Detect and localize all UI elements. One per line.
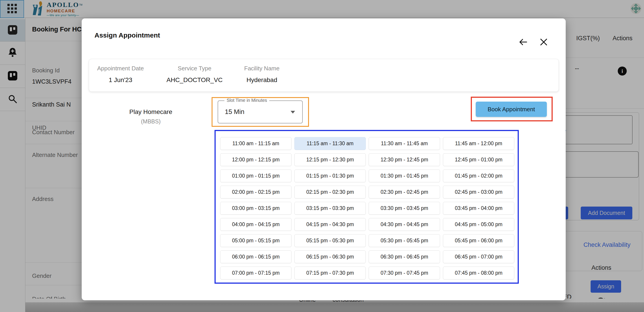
back-arrow-icon xyxy=(518,37,528,48)
service-type-label: Service Type xyxy=(162,65,227,72)
service-type-value: AHC_DOCTOR_VC xyxy=(162,76,227,84)
slot-button[interactable]: 07:00 pm - 07:15 pm xyxy=(220,267,292,279)
provider-qualification: (MBBS) xyxy=(110,118,191,125)
slot-button[interactable]: 05:45 pm - 06:00 pm xyxy=(443,234,514,247)
slot-button[interactable]: 04:15 pm - 04:30 pm xyxy=(294,218,366,231)
appointment-date-value: 1 Jun'23 xyxy=(91,76,150,84)
slot-time-select[interactable]: Slot Time in Minutes 15 Min xyxy=(218,100,303,123)
slot-button[interactable]: 01:00 pm - 01:15 pm xyxy=(220,170,292,182)
provider-name: Play Homecare xyxy=(110,108,191,115)
slot-button[interactable]: 11:45 am - 12:00 pm xyxy=(443,137,514,150)
slot-button[interactable]: 03:00 pm - 03:15 pm xyxy=(220,202,292,215)
slot-button[interactable]: 06:30 pm - 06:45 pm xyxy=(369,250,440,263)
slot-button[interactable]: 11:30 am - 11:45 am xyxy=(369,137,440,150)
app-root: APOLLOTM HOMECARE —We are your family— xyxy=(0,0,644,312)
back-button[interactable] xyxy=(518,37,528,48)
provider-info: Play Homecare (MBBS) xyxy=(110,108,191,125)
slot-button[interactable]: 06:45 pm - 07:00 pm xyxy=(443,250,514,263)
slot-button[interactable]: 06:00 pm - 06:15 pm xyxy=(220,250,292,263)
slot-button-selected[interactable]: 11:15 am - 11:30 am xyxy=(294,137,366,150)
slot-grid: 11:00 am - 11:15 am11:15 am - 11:30 am11… xyxy=(220,137,518,279)
slot-button[interactable]: 07:30 pm - 07:45 pm xyxy=(369,267,440,279)
facility-name-label: Facility Name xyxy=(229,65,294,72)
slot-time-select-value: 15 Min xyxy=(225,108,244,115)
slot-button[interactable]: 01:45 pm - 02:00 pm xyxy=(443,170,514,182)
slot-button[interactable]: 05:00 pm - 05:15 pm xyxy=(220,234,292,247)
slot-button[interactable]: 04:00 pm - 04:15 pm xyxy=(220,218,292,231)
slot-button[interactable]: 07:15 pm - 07:30 pm xyxy=(294,267,366,279)
slot-button[interactable]: 02:15 pm - 02:30 pm xyxy=(294,186,366,199)
slot-button[interactable]: 03:45 pm - 04:00 pm xyxy=(443,202,514,215)
assign-appointment-modal: Assign Appointment Appointment Date 1 Ju… xyxy=(82,19,566,300)
slot-button[interactable]: 05:15 pm - 05:30 pm xyxy=(294,234,366,247)
slot-button[interactable]: 12:00 pm - 12:15 pm xyxy=(220,153,292,166)
book-appointment-button[interactable]: Book Appointment xyxy=(476,102,547,117)
slot-button[interactable]: 03:30 pm - 03:45 pm xyxy=(369,202,440,215)
modal-title: Assign Appointment xyxy=(94,32,160,39)
slot-button[interactable]: 12:45 pm - 01:00 pm xyxy=(443,153,514,166)
slot-button[interactable]: 03:15 pm - 03:30 pm xyxy=(294,202,366,215)
slot-button[interactable]: 02:45 pm - 03:00 pm xyxy=(443,186,514,199)
slot-button[interactable]: 01:15 pm - 01:30 pm xyxy=(294,170,366,182)
slot-button[interactable]: 12:30 pm - 12:45 pm xyxy=(369,153,440,166)
slot-button[interactable]: 02:30 pm - 02:45 pm xyxy=(369,186,440,199)
appointment-details-card: Appointment Date 1 Jun'23 Service Type A… xyxy=(89,59,559,92)
slot-time-select-label: Slot Time in Minutes xyxy=(224,98,269,103)
close-button[interactable] xyxy=(538,37,549,48)
slot-button[interactable]: 11:00 am - 11:15 am xyxy=(220,137,292,150)
chevron-down-icon xyxy=(290,111,295,113)
appointment-date-label: Appointment Date xyxy=(91,65,150,72)
slot-button[interactable]: 06:15 pm - 06:30 pm xyxy=(294,250,366,263)
slot-button[interactable]: 12:15 pm - 12:30 pm xyxy=(294,153,366,166)
slot-button[interactable]: 04:45 pm - 05:00 pm xyxy=(443,218,514,231)
close-icon xyxy=(540,38,548,47)
slot-button[interactable]: 01:30 pm - 01:45 pm xyxy=(369,170,440,182)
slot-button[interactable]: 05:30 pm - 05:45 pm xyxy=(369,234,440,247)
facility-name-value: Hyderabad xyxy=(229,76,294,84)
slot-button[interactable]: 02:00 pm - 02:15 pm xyxy=(220,186,292,199)
slot-button[interactable]: 04:30 pm - 04:45 pm xyxy=(369,218,440,231)
slot-button[interactable]: 07:45 pm - 08:00 pm xyxy=(443,267,514,279)
